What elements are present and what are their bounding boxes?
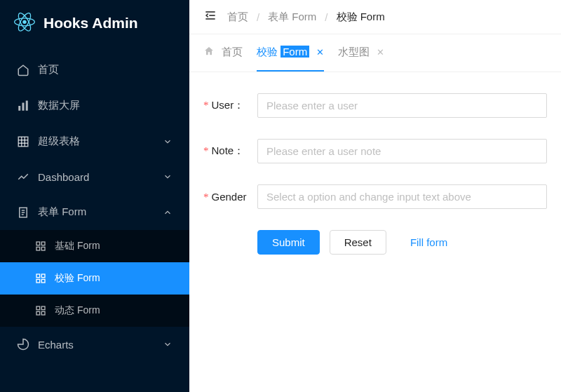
line-chart-icon — [17, 170, 29, 183]
svg-rect-22 — [36, 279, 40, 283]
sidebar-item-label: 首页 — [38, 63, 173, 76]
sidebar-item-label: 数据大屏 — [38, 99, 173, 112]
form-row-user: *User： — [203, 93, 547, 118]
svg-rect-20 — [36, 274, 40, 278]
brand-text: Hooks Admin — [43, 15, 138, 32]
breadcrumb-item[interactable]: 表单 Form — [268, 11, 316, 24]
svg-rect-19 — [41, 247, 45, 250]
breadcrumb-separator: / — [325, 11, 327, 23]
svg-rect-21 — [41, 274, 45, 278]
tab-label: 水型图 — [338, 46, 370, 59]
bar-chart-icon — [17, 100, 29, 112]
sidebar-submenu-form: 基础 Form 校验 Form 动态 Form — [0, 230, 189, 327]
gender-select[interactable]: Select a option and change input text ab… — [257, 184, 547, 209]
svg-rect-5 — [22, 102, 25, 110]
sidebar-item-datascreen[interactable]: 数据大屏 — [0, 88, 189, 123]
user-input[interactable] — [257, 93, 547, 118]
appstore-icon — [35, 305, 46, 316]
sidebar-item-label: 校验 Form — [55, 272, 100, 285]
svg-rect-4 — [18, 106, 20, 111]
breadcrumb-item[interactable]: 首页 — [227, 11, 248, 24]
svg-rect-27 — [41, 311, 45, 315]
main: 首页 / 表单 Form / 校验 Form 首页 校验 Form ✕ 水型图 … — [189, 0, 561, 392]
close-icon[interactable]: ✕ — [316, 47, 324, 58]
react-logo-icon — [14, 13, 35, 34]
topbar: 首页 / 表单 Form / 校验 Form — [189, 0, 561, 34]
sidebar: Hooks Admin 首页 数据大屏 超级表格 Dashboard — [0, 0, 189, 392]
reset-button[interactable]: Reset — [330, 230, 386, 255]
svg-rect-18 — [36, 247, 40, 250]
svg-point-0 — [22, 20, 26, 24]
document-icon — [17, 206, 29, 219]
chevron-down-icon — [163, 172, 173, 182]
svg-rect-16 — [36, 242, 40, 245]
chevron-down-icon — [163, 137, 173, 147]
submit-button[interactable]: Submit — [257, 230, 320, 255]
sidebar-item-validate-form[interactable]: 校验 Form — [0, 262, 189, 295]
gender-label: *Gender — [203, 191, 257, 203]
sidebar-menu: 首页 数据大屏 超级表格 Dashboard 表单 Form — [0, 46, 189, 362]
close-icon[interactable]: ✕ — [377, 47, 384, 58]
tab-water-chart[interactable]: 水型图 ✕ — [338, 34, 384, 72]
note-label: *Note： — [203, 144, 257, 158]
appstore-icon — [35, 273, 46, 284]
tab-validate-form[interactable]: 校验 Form ✕ — [257, 34, 324, 72]
sidebar-item-dynamic-form[interactable]: 动态 Form — [0, 295, 189, 327]
sidebar-item-home[interactable]: 首页 — [0, 52, 189, 88]
pie-icon — [17, 338, 29, 351]
svg-rect-23 — [41, 279, 45, 283]
fill-form-link[interactable]: Fill form — [410, 236, 447, 248]
breadcrumb-separator: / — [257, 11, 259, 23]
sidebar-item-form[interactable]: 表单 Form — [0, 194, 189, 230]
tabs: 首页 校验 Form ✕ 水型图 ✕ — [189, 34, 561, 72]
form-row-note: *Note： — [203, 139, 547, 163]
svg-rect-7 — [18, 137, 28, 147]
tab-label: 校验 Form — [257, 46, 309, 59]
brand: Hooks Admin — [0, 0, 189, 46]
sidebar-item-supertable[interactable]: 超级表格 — [0, 123, 189, 159]
tab-label: 首页 — [222, 46, 243, 59]
sidebar-item-label: Dashboard — [38, 171, 154, 183]
select-placeholder: Select a option and change input text ab… — [266, 191, 471, 203]
sidebar-item-echarts[interactable]: Echarts — [0, 327, 189, 362]
sidebar-item-basic-form[interactable]: 基础 Form — [0, 230, 189, 262]
breadcrumb-item: 校验 Form — [337, 11, 385, 24]
sidebar-item-label: 基础 Form — [55, 240, 100, 252]
sidebar-item-label: 动态 Form — [55, 304, 100, 317]
svg-rect-25 — [41, 306, 45, 310]
note-input[interactable] — [257, 139, 547, 163]
form-content: *User： *Note： *Gender Select a option an… — [189, 72, 561, 276]
grid-icon — [17, 135, 29, 148]
home-icon — [17, 64, 29, 76]
appstore-icon — [35, 241, 46, 252]
svg-rect-17 — [41, 242, 45, 245]
chevron-down-icon — [163, 339, 173, 349]
home-icon — [203, 46, 215, 59]
sidebar-item-dashboard[interactable]: Dashboard — [0, 159, 189, 194]
sidebar-item-label: 表单 Form — [38, 205, 154, 219]
svg-rect-26 — [36, 311, 40, 315]
form-actions: Submit Reset Fill form — [257, 230, 547, 255]
form-row-gender: *Gender Select a option and change input… — [203, 184, 547, 209]
user-label: *User： — [203, 99, 257, 112]
sidebar-item-label: Echarts — [38, 339, 154, 351]
breadcrumb: 首页 / 表单 Form / 校验 Form — [227, 11, 385, 24]
chevron-up-icon — [163, 208, 173, 217]
collapse-sidebar-button[interactable] — [203, 8, 217, 25]
svg-rect-6 — [26, 100, 28, 110]
svg-rect-24 — [36, 306, 40, 310]
tab-home[interactable]: 首页 — [203, 34, 243, 72]
sidebar-item-label: 超级表格 — [38, 135, 154, 148]
